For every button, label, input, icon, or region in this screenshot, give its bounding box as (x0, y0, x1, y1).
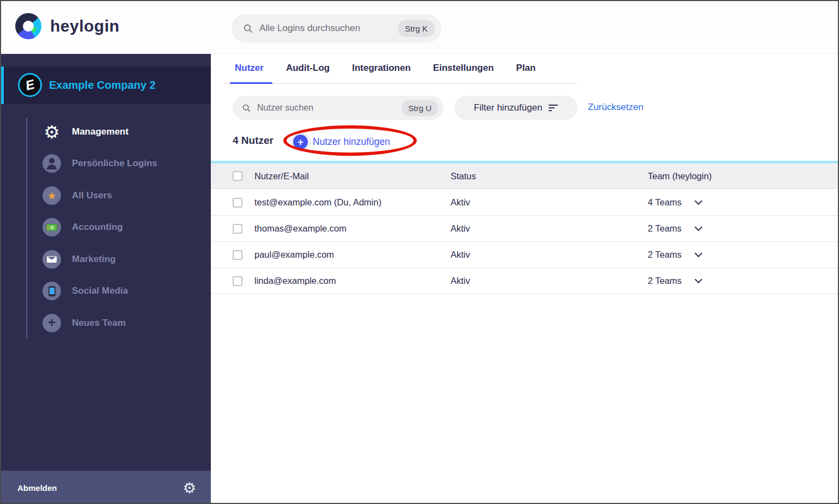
table-row[interactable]: paul@example.com Aktiv 2 Teams (211, 242, 838, 268)
add-user-button[interactable]: Nutzer hinzufügen (313, 136, 390, 148)
plus-icon: + (42, 314, 61, 332)
tab-divider (224, 83, 577, 84)
table-header-row: Nutzer/E-Mail Status Team (heylogin) (211, 163, 838, 189)
row-checkbox[interactable] (233, 250, 242, 260)
company-name: Example Company 2 (49, 79, 156, 92)
table-row[interactable]: thomas@example.com Aktiv 2 Teams (211, 216, 838, 242)
sidebar-item-social-media[interactable]: Social Media (1, 282, 211, 300)
search-icon (242, 104, 251, 112)
user-email: paul@example.com (254, 250, 451, 260)
gear-icon: ⚙ (42, 123, 61, 141)
brand[interactable]: heylogin (15, 13, 119, 39)
user-status: Aktiv (451, 250, 648, 260)
user-search-input[interactable]: Nutzer suchen Strg U (233, 96, 443, 120)
topbar: heylogin Alle Logins durchsuchen Strg K (1, 1, 838, 54)
tab-integrationen[interactable]: Integrationen (352, 63, 411, 74)
banknote-icon (42, 218, 61, 236)
sidebar-item-new-team[interactable]: + Neues Team (1, 314, 211, 332)
column-header-email: Nutzer/E-Mail (254, 171, 451, 181)
tab-einstellungen[interactable]: Einstellungen (433, 63, 494, 74)
filter-icon (549, 105, 558, 111)
row-checkbox[interactable] (233, 276, 242, 286)
user-status: Aktiv (451, 197, 648, 208)
user-teams[interactable]: 2 Teams (648, 276, 701, 286)
row-checkbox[interactable] (233, 224, 242, 234)
user-search-placeholder: Nutzer suchen (257, 103, 402, 113)
sidebar-item-all-users[interactable]: ★ All Users (1, 186, 211, 205)
settings-gear-icon[interactable]: ⚙ (183, 481, 196, 495)
select-all-checkbox[interactable] (233, 171, 242, 181)
sidebar-item-accounting[interactable]: Accounting (1, 218, 211, 236)
row-checkbox[interactable] (233, 198, 242, 208)
global-search-shortcut-badge: Strg K (398, 20, 435, 37)
plus-icon[interactable]: + (293, 135, 308, 149)
column-header-status: Status (451, 171, 648, 181)
chevron-down-icon[interactable] (695, 197, 702, 205)
sidebar-item-marketing[interactable]: Marketing (1, 250, 211, 269)
search-icon (244, 24, 253, 33)
sidebar-item-management[interactable]: ⚙ Management (1, 123, 211, 141)
chevron-down-icon[interactable] (695, 250, 702, 257)
reset-filters-link[interactable]: Zurücksetzen (588, 102, 643, 113)
heylogin-logo-icon (15, 13, 41, 39)
user-status: Aktiv (451, 276, 648, 286)
logout-button[interactable]: Abmelden (17, 483, 57, 493)
chevron-down-icon[interactable] (695, 276, 702, 283)
add-filter-button[interactable]: Filter hinzufügen (454, 96, 577, 120)
tab-bar: Nutzer Audit-Log Integrationen Einstellu… (235, 63, 536, 74)
envelope-icon (42, 250, 61, 269)
phone-icon (42, 282, 61, 300)
table-row[interactable]: test@example.com (Du, Admin) Aktiv 4 Tea… (211, 190, 838, 216)
star-icon: ★ (42, 186, 61, 205)
user-email: linda@example.com (254, 276, 451, 286)
chevron-down-icon[interactable] (695, 223, 702, 231)
active-tab-underline (230, 82, 272, 84)
global-search-input[interactable]: Alle Logins durchsuchen Strg K (232, 14, 441, 42)
sidebar-footer: Abmelden ⚙ (1, 471, 211, 504)
user-teams[interactable]: 2 Teams (648, 223, 701, 234)
global-search-placeholder: Alle Logins durchsuchen (259, 23, 398, 34)
brand-name: heylogin (50, 17, 119, 35)
tab-nutzer[interactable]: Nutzer (235, 63, 264, 74)
sidebar-item-personal-logins[interactable]: Persönliche Logins (1, 154, 211, 173)
tab-audit-log[interactable]: Audit-Log (286, 63, 330, 74)
active-indicator-bar (1, 66, 4, 104)
user-status: Aktiv (451, 223, 648, 234)
sidebar: E Example Company 2 ⚙ Management Persönl… (1, 54, 211, 504)
table-row[interactable]: linda@example.com Aktiv 2 Teams (211, 268, 838, 294)
user-email: thomas@example.com (254, 223, 451, 234)
user-search-shortcut-badge: Strg U (402, 100, 438, 116)
column-header-team: Team (heylogin) (648, 171, 712, 181)
sidebar-company[interactable]: E Example Company 2 (1, 66, 211, 104)
tab-plan[interactable]: Plan (516, 63, 536, 74)
user-teams[interactable]: 4 Teams (648, 197, 701, 208)
user-count: 4 Nutzer (233, 135, 273, 147)
person-icon (42, 154, 61, 173)
user-teams[interactable]: 2 Teams (648, 250, 701, 260)
user-email: test@example.com (Du, Admin) (254, 197, 451, 208)
company-logo-icon: E (18, 73, 42, 97)
app-window: heylogin Alle Logins durchsuchen Strg K … (0, 0, 839, 504)
